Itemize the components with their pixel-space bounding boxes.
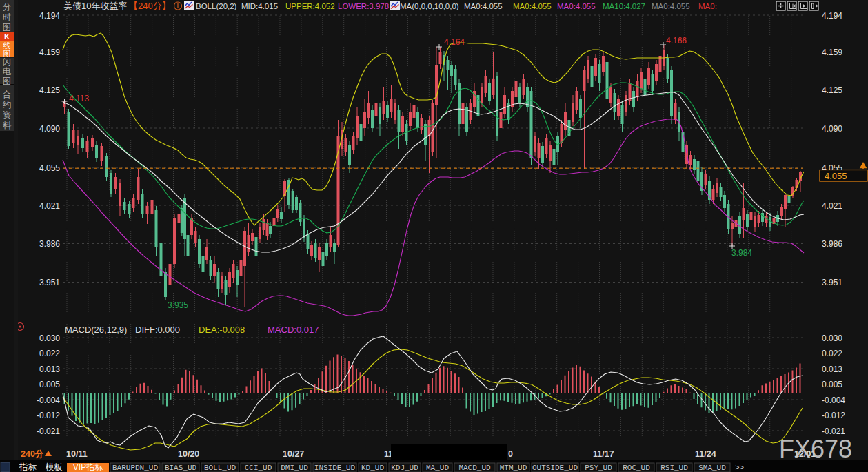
svg-text:MACD(26,12,9): MACD(26,12,9) <box>65 325 127 335</box>
svg-text:【240分】: 【240分】 <box>129 1 171 11</box>
svg-text:INSIDE_UD: INSIDE_UD <box>314 464 356 472</box>
svg-text:VIP指标: VIP指标 <box>73 462 103 472</box>
svg-text:CCI_UD: CCI_UD <box>245 464 272 472</box>
svg-text:4.166: 4.166 <box>666 36 687 45</box>
svg-text:MA_UD: MA_UD <box>426 464 449 472</box>
svg-text:图: 图 <box>3 76 12 86</box>
svg-text:时: 时 <box>3 12 12 22</box>
svg-text:图: 图 <box>3 23 12 32</box>
svg-text:>>: >> <box>735 464 744 472</box>
svg-text:MA0:: MA0: <box>698 2 717 10</box>
svg-text:11/24: 11/24 <box>695 449 716 459</box>
svg-text:-0.004: -0.004 <box>822 396 845 405</box>
svg-text:0: 0 <box>508 449 513 459</box>
svg-text:图: 图 <box>3 50 11 58</box>
svg-text:0.022: 0.022 <box>39 349 60 358</box>
svg-text:MACD:0.017: MACD:0.017 <box>268 325 319 335</box>
svg-text:3.986: 3.986 <box>39 239 60 249</box>
svg-text:MA0:4.055: MA0:4.055 <box>557 2 596 10</box>
svg-text:4.021: 4.021 <box>39 201 60 211</box>
svg-text:4.055: 4.055 <box>825 171 847 181</box>
svg-text:-0.004: -0.004 <box>37 396 60 405</box>
svg-text:KDJ_UD: KDJ_UD <box>391 464 418 472</box>
svg-text:0.022: 0.022 <box>822 349 842 358</box>
svg-text:4.164: 4.164 <box>444 37 465 47</box>
svg-text:0.005: 0.005 <box>822 380 842 389</box>
svg-text:4.090: 4.090 <box>822 124 842 134</box>
svg-text:KD_UD: KD_UD <box>361 464 384 472</box>
svg-text:10/11: 10/11 <box>66 449 88 459</box>
svg-text:4.194: 4.194 <box>39 11 60 21</box>
svg-text:资: 资 <box>3 110 12 120</box>
svg-text:3.935: 3.935 <box>168 300 188 310</box>
svg-text:BOLL(20,2): BOLL(20,2) <box>196 2 237 10</box>
svg-text:DIFF:0.000: DIFF:0.000 <box>135 325 180 335</box>
svg-text:11/17: 11/17 <box>593 449 614 459</box>
svg-text:FX678: FX678 <box>779 435 852 463</box>
svg-text:4.194: 4.194 <box>822 11 842 21</box>
svg-text:MACD_UD: MACD_UD <box>458 464 491 472</box>
svg-text:MID:4.015: MID:4.015 <box>241 2 278 10</box>
svg-text:4.159: 4.159 <box>822 48 842 57</box>
svg-text:分: 分 <box>3 2 12 12</box>
svg-text:模板: 模板 <box>45 462 63 472</box>
svg-text:-0.021: -0.021 <box>37 427 60 436</box>
svg-text:OUTSIDE_UD: OUTSIDE_UD <box>532 464 578 472</box>
svg-text:10/20: 10/20 <box>178 449 199 459</box>
svg-text:DMI_UD: DMI_UD <box>281 464 308 472</box>
svg-text:UPPER:4.052: UPPER:4.052 <box>285 2 335 10</box>
svg-text:线: 线 <box>3 41 11 50</box>
svg-text:0.030: 0.030 <box>822 334 842 343</box>
svg-text:合: 合 <box>2 90 12 99</box>
svg-text:DEA:-0.008: DEA:-0.008 <box>199 325 245 335</box>
svg-text:3.951: 3.951 <box>822 278 842 287</box>
svg-text:ROC_UD: ROC_UD <box>623 464 650 472</box>
svg-text:240分: 240分 <box>21 449 44 459</box>
svg-text:3.984: 3.984 <box>731 248 752 258</box>
svg-text:0.013: 0.013 <box>822 365 842 374</box>
svg-text:4.113: 4.113 <box>69 94 89 103</box>
svg-text:MA10:4.027: MA10:4.027 <box>603 2 645 10</box>
svg-text:电: 电 <box>3 67 12 76</box>
svg-text:-0.012: -0.012 <box>37 411 60 420</box>
svg-text:MTM_UD: MTM_UD <box>500 464 527 472</box>
svg-text:4.125: 4.125 <box>822 85 842 95</box>
svg-text:美债10年收益率: 美债10年收益率 <box>63 1 127 11</box>
svg-text:BIAS_UD: BIAS_UD <box>165 464 197 472</box>
svg-text:4.090: 4.090 <box>39 124 60 134</box>
svg-text:0.013: 0.013 <box>39 365 60 374</box>
svg-text:MA0:4.055: MA0:4.055 <box>464 2 503 10</box>
svg-text:约: 约 <box>3 100 12 110</box>
svg-text:SMA_UD: SMA_UD <box>698 464 726 472</box>
svg-text:10/27: 10/27 <box>283 449 304 459</box>
svg-text:RSI_UD: RSI_UD <box>660 464 688 472</box>
svg-text:PSY_UD: PSY_UD <box>585 464 612 472</box>
svg-text:BARUPDN_UD: BARUPDN_UD <box>112 464 158 472</box>
svg-text:4.055: 4.055 <box>39 163 60 173</box>
svg-text:4.159: 4.159 <box>39 48 60 57</box>
svg-text:闪: 闪 <box>3 57 12 67</box>
svg-text:MA(0,0,0,10,0,0): MA(0,0,0,10,0,0) <box>400 2 459 10</box>
svg-text:K: K <box>4 32 10 41</box>
svg-text:MA0:4.055: MA0:4.055 <box>652 2 690 10</box>
svg-text:-0.012: -0.012 <box>822 411 845 420</box>
svg-text:0.005: 0.005 <box>39 380 60 389</box>
svg-text:3.986: 3.986 <box>822 239 842 249</box>
svg-text:料: 料 <box>3 121 12 130</box>
svg-text:BOLL_UD: BOLL_UD <box>204 464 236 472</box>
svg-text:0.030: 0.030 <box>39 334 60 343</box>
svg-text:4.021: 4.021 <box>822 201 842 211</box>
svg-text:3.951: 3.951 <box>39 278 60 287</box>
svg-text:指标: 指标 <box>19 462 37 472</box>
svg-text:LOWER:3.978: LOWER:3.978 <box>338 2 389 10</box>
svg-text:4.125: 4.125 <box>39 85 60 95</box>
svg-text:MA0:4.055: MA0:4.055 <box>513 2 552 10</box>
